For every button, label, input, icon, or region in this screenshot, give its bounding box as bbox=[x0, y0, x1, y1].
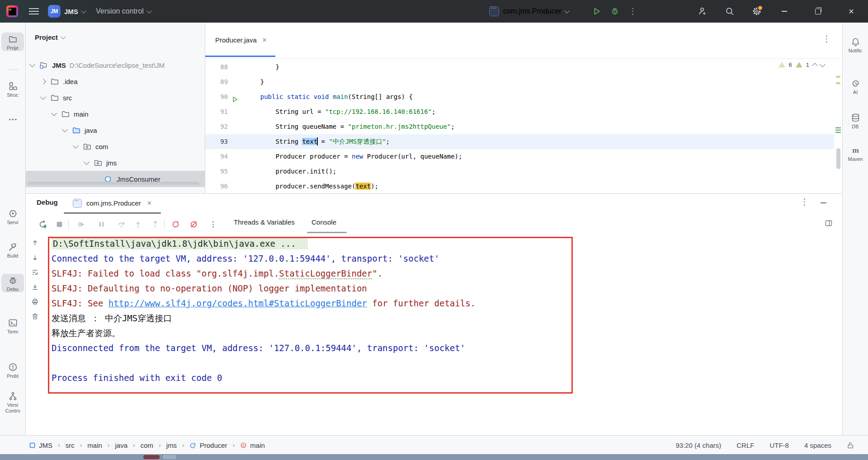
vertical-scrollbar[interactable] bbox=[836, 148, 840, 169]
chevron-down-icon[interactable] bbox=[51, 110, 57, 116]
line-number[interactable]: 92 bbox=[205, 119, 228, 134]
tree-node-java[interactable]: java bbox=[26, 122, 205, 138]
line-number[interactable]: 91 bbox=[205, 104, 228, 119]
stripe-item-build[interactable]: Build bbox=[1, 240, 24, 259]
caret-position-widget[interactable]: 93:20 (4 chars) bbox=[675, 441, 721, 449]
changed-lines-marker[interactable] bbox=[835, 127, 841, 133]
scroll-to-end-icon[interactable] bbox=[31, 283, 39, 291]
close-session-icon[interactable]: ✕ bbox=[147, 200, 152, 207]
services-icon bbox=[1, 209, 24, 220]
breadcrumb-item-main[interactable]: mmain bbox=[240, 441, 265, 449]
hide-toolwindow-button[interactable] bbox=[821, 202, 826, 203]
vcs-menu[interactable]: Version control bbox=[96, 0, 151, 23]
warning-stripe-mark[interactable] bbox=[836, 82, 840, 84]
editor-options-button[interactable]: ⋮ bbox=[822, 34, 831, 43]
run-configuration-selector[interactable]: com.jms.Producer bbox=[489, 0, 569, 23]
editor-tab-producer-java[interactable]: Producer.java ✕ bbox=[205, 23, 275, 57]
breadcrumb-item-com[interactable]: com bbox=[141, 441, 153, 449]
console-text: SLF4J: Defaulting to no-operation (NOP) … bbox=[52, 283, 367, 293]
taskbar-app-icon[interactable] bbox=[163, 455, 176, 459]
soft-wrap-icon[interactable] bbox=[31, 268, 39, 277]
debug-more-button[interactable]: ⋮ bbox=[800, 197, 809, 207]
encoding-widget[interactable]: UTF-8 bbox=[769, 441, 789, 449]
debug-toolbar-more-button[interactable] bbox=[208, 219, 218, 229]
view-breakpoints-button[interactable] bbox=[170, 219, 180, 229]
minimize-button[interactable] bbox=[774, 0, 795, 23]
stripe-item-version-control[interactable]: VersiContro bbox=[1, 390, 24, 414]
writable-status-widget[interactable] bbox=[847, 441, 854, 449]
stripe-item-label: Probl bbox=[1, 373, 24, 379]
tree-node-com[interactable]: com bbox=[26, 138, 205, 155]
chevron-down-icon[interactable] bbox=[29, 61, 35, 67]
stripe-item-more[interactable] bbox=[1, 113, 24, 126]
print-icon[interactable] bbox=[31, 298, 39, 306]
chevron-right-icon[interactable] bbox=[40, 79, 46, 84]
stripe-item-terminal[interactable]: Term bbox=[1, 316, 24, 335]
code-with-me-button[interactable] bbox=[696, 6, 707, 17]
breadcrumb-label: java bbox=[115, 441, 128, 449]
horizontal-scrollbar[interactable] bbox=[28, 182, 199, 185]
stripe-item-ai[interactable]: AI bbox=[844, 77, 867, 95]
tree-node-idea[interactable]: .idea bbox=[26, 73, 205, 89]
tree-node-jms[interactable]: JMSD:\CodeSource\eclipse_test\JM bbox=[26, 57, 205, 73]
stripe-item-notifications[interactable]: Notific bbox=[844, 35, 867, 54]
breadcrumb-item-main[interactable]: main bbox=[87, 441, 102, 449]
debug-title: Debug bbox=[37, 198, 58, 206]
project-name-menu[interactable]: JMS bbox=[64, 0, 85, 23]
more-actions-button[interactable]: ⋮ bbox=[627, 6, 638, 17]
debug-view-tab-console[interactable]: Console bbox=[311, 218, 336, 226]
project-avatar[interactable]: JM bbox=[48, 5, 61, 18]
line-number[interactable]: 88 bbox=[205, 60, 228, 75]
warning-stripe-mark[interactable] bbox=[836, 76, 840, 78]
stripe-item-maven[interactable]: mMaven bbox=[844, 144, 867, 162]
mute-breakpoints-button[interactable] bbox=[189, 219, 198, 229]
breadcrumb-item-producer[interactable]: Producer bbox=[190, 441, 227, 449]
project-view-selector[interactable]: Project bbox=[35, 33, 65, 41]
stripe-item-project[interactable]: Proje bbox=[1, 33, 24, 51]
tree-node-jms[interactable]: jms bbox=[26, 155, 205, 171]
line-number[interactable]: 96 bbox=[205, 179, 228, 193]
search-everywhere-button[interactable] bbox=[724, 6, 735, 17]
stripe-item-services[interactable]: Servi bbox=[1, 207, 24, 225]
breadcrumb-item-jms[interactable]: jms bbox=[166, 441, 177, 449]
close-tab-icon[interactable]: ✕ bbox=[262, 37, 267, 43]
scroll-up-icon[interactable] bbox=[31, 239, 39, 247]
debug-view-tab-threads-variables[interactable]: Threads & Variables bbox=[234, 218, 295, 226]
main-menu-icon[interactable] bbox=[29, 8, 39, 14]
debug-session-tab[interactable]: com.jms.Producer ✕ bbox=[73, 194, 152, 212]
stripe-item-database[interactable]: DB bbox=[844, 111, 867, 130]
restore-button[interactable] bbox=[807, 0, 828, 23]
line-number[interactable]: 93 bbox=[205, 134, 228, 149]
code-text: producer.init(); bbox=[245, 164, 336, 179]
tree-node-src[interactable]: src bbox=[26, 89, 205, 106]
tree-node-main[interactable]: main bbox=[26, 106, 205, 122]
clear-console-icon[interactable] bbox=[31, 313, 39, 321]
taskbar-app-icon[interactable] bbox=[143, 455, 160, 459]
layout-settings-button[interactable] bbox=[825, 219, 833, 229]
line-number[interactable]: 94 bbox=[205, 149, 228, 164]
line-number[interactable]: 89 bbox=[205, 75, 228, 89]
chevron-down-icon[interactable] bbox=[62, 127, 68, 132]
stripe-item-problems[interactable]: Probl bbox=[1, 361, 24, 379]
breadcrumb-item-src[interactable]: src bbox=[66, 441, 75, 449]
line-number[interactable]: 90 bbox=[205, 89, 228, 104]
breadcrumb-item-java[interactable]: java bbox=[115, 441, 128, 449]
run-button[interactable] bbox=[591, 6, 602, 17]
chevron-down-icon[interactable] bbox=[73, 143, 79, 149]
debug-button[interactable] bbox=[609, 6, 620, 17]
indent-widget[interactable]: 4 spaces bbox=[804, 441, 831, 449]
stripe-item-structure[interactable]: Struc bbox=[1, 80, 24, 98]
console-link[interactable]: http://www.slf4j.org/codes.html#StaticLo… bbox=[108, 298, 367, 308]
close-button[interactable]: ✕ bbox=[841, 0, 862, 23]
breadcrumb-separator: › bbox=[233, 441, 235, 449]
settings-button[interactable] bbox=[751, 6, 762, 17]
chevron-down-icon[interactable] bbox=[40, 94, 46, 100]
line-separator-widget[interactable]: CRLF bbox=[736, 441, 754, 449]
stripe-item-debug[interactable]: Debu bbox=[1, 274, 24, 292]
run-line-icon[interactable] bbox=[231, 93, 239, 100]
breadcrumb-item-jms[interactable]: JMS bbox=[29, 441, 52, 449]
line-number[interactable]: 95 bbox=[205, 164, 228, 179]
scroll-down-icon[interactable] bbox=[31, 254, 39, 262]
chevron-down-icon[interactable] bbox=[84, 159, 90, 165]
rerun-debug-button[interactable] bbox=[38, 219, 47, 229]
